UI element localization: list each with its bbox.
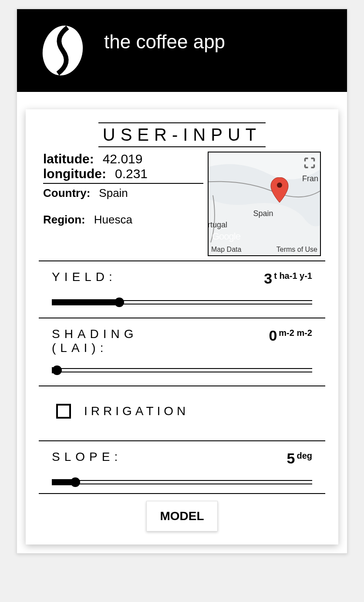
map-data-link[interactable]: Map Data bbox=[211, 246, 241, 254]
shading-section: SHADING (LAI): 0 m-2 m-2 bbox=[39, 318, 325, 381]
longitude-label: longitude: bbox=[43, 166, 106, 181]
slope-slider-thumb[interactable] bbox=[71, 477, 80, 487]
slope-section: SLOPE: 5 deg bbox=[39, 440, 325, 493]
yield-value: 3 bbox=[264, 270, 272, 287]
region-value: Huesca bbox=[94, 213, 132, 227]
map-label-spain: Spain bbox=[253, 209, 273, 218]
app-container: the coffee app USER-INPUT latitude: 42.0… bbox=[17, 9, 347, 554]
shading-slider[interactable] bbox=[52, 368, 312, 372]
map-terms-link[interactable]: Terms of Use bbox=[276, 246, 317, 254]
country-label: Country: bbox=[43, 186, 90, 200]
model-button-row: MODEL bbox=[39, 493, 325, 531]
irrigation-label: IRRIGATION bbox=[84, 404, 189, 418]
map-widget[interactable]: Spain rtugal Fran Google Map Data Terms … bbox=[208, 152, 321, 256]
shading-slider-thumb[interactable] bbox=[52, 365, 62, 375]
app-title: the coffee app bbox=[104, 31, 225, 53]
coords-block: latitude: 42.019 longitude: 0.231 Countr… bbox=[43, 152, 203, 256]
irrigation-section: IRRIGATION bbox=[39, 386, 325, 436]
map-label-france: Fran bbox=[302, 174, 318, 183]
longitude-value: 0.231 bbox=[115, 166, 148, 181]
yield-slider-fill bbox=[52, 299, 119, 305]
map-label-portugal: rtugal bbox=[208, 220, 227, 230]
yield-slider-thumb[interactable] bbox=[115, 298, 124, 307]
coffee-bean-icon bbox=[34, 22, 91, 79]
irrigation-checkbox[interactable] bbox=[56, 404, 71, 419]
slope-slider[interactable] bbox=[52, 480, 312, 484]
yield-slider[interactable] bbox=[52, 300, 312, 304]
app-header: the coffee app bbox=[17, 9, 347, 92]
slope-unit: deg bbox=[297, 451, 312, 461]
slope-label: SLOPE: bbox=[52, 450, 122, 464]
latitude-label: latitude: bbox=[43, 152, 94, 166]
svg-point-2 bbox=[277, 183, 282, 188]
model-button[interactable]: MODEL bbox=[146, 501, 217, 531]
yield-label: YIELD: bbox=[52, 270, 117, 284]
shading-unit: m-2 m-2 bbox=[279, 328, 312, 338]
country-value: Spain bbox=[99, 186, 128, 200]
region-label: Region: bbox=[43, 213, 85, 227]
location-row: latitude: 42.019 longitude: 0.231 Countr… bbox=[39, 152, 325, 256]
map-pin-icon[interactable] bbox=[270, 177, 289, 205]
yield-unit: t ha-1 y-1 bbox=[274, 271, 312, 281]
shading-label: SHADING (LAI): bbox=[52, 327, 182, 355]
latitude-value: 42.019 bbox=[103, 152, 143, 166]
card-title: USER-INPUT bbox=[98, 122, 266, 147]
yield-section: YIELD: 3 t ha-1 y-1 bbox=[39, 260, 325, 313]
user-input-card: USER-INPUT latitude: 42.019 longitude: 0… bbox=[26, 109, 338, 545]
slope-value: 5 bbox=[287, 450, 295, 467]
fullscreen-icon[interactable] bbox=[303, 157, 316, 169]
map-google-logo: Google bbox=[212, 231, 240, 242]
shading-value: 0 bbox=[269, 327, 277, 344]
